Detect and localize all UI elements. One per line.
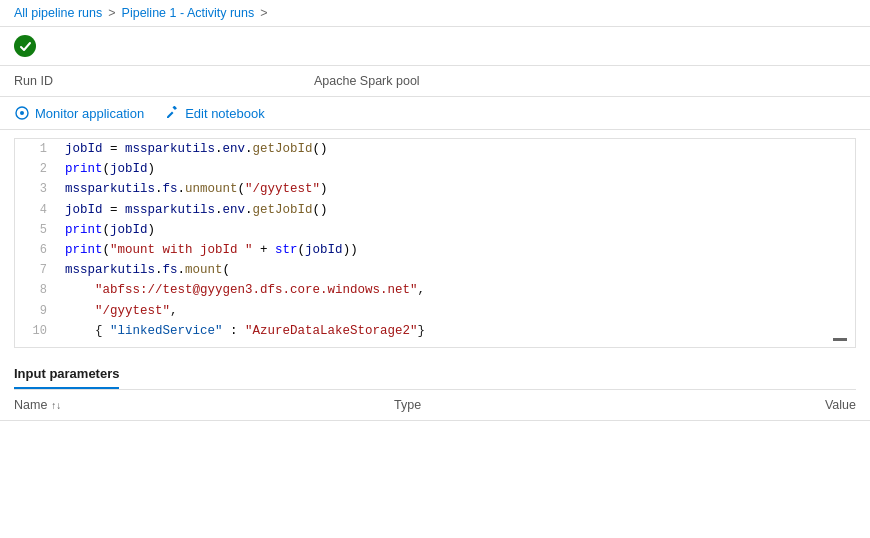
breadcrumb-sep-2: >	[260, 6, 267, 20]
table-header: Run ID Apache Spark pool	[0, 66, 870, 97]
code-line: 5print(jobId)	[15, 220, 855, 240]
line-content: print("mount with jobId " + str(jobId))	[65, 240, 358, 260]
code-line: 1jobId = mssparkutils.env.getJobId()	[15, 139, 855, 159]
line-number: 5	[23, 220, 47, 240]
edit-icon	[164, 105, 180, 121]
params-table-header: Name ↑↓ Type Value	[0, 390, 870, 421]
code-line: 10 { "linkedService" : "AzureDataLakeSto…	[15, 321, 855, 341]
code-line: 3mssparkutils.fs.unmount("/gyytest")	[15, 179, 855, 199]
code-panel: 1jobId = mssparkutils.env.getJobId()2pri…	[14, 138, 856, 348]
line-number: 4	[23, 200, 47, 220]
col-type: Type	[394, 398, 736, 412]
line-number: 1	[23, 139, 47, 159]
col-name-label: Name	[14, 398, 47, 412]
line-content: "/gyytest",	[65, 301, 178, 321]
line-number: 7	[23, 260, 47, 280]
line-content: print(jobId)	[65, 159, 155, 179]
line-content: print(jobId)	[65, 220, 155, 240]
status-bar	[0, 27, 870, 66]
line-content: mssparkutils.fs.mount(	[65, 260, 230, 280]
line-number: 6	[23, 240, 47, 260]
svg-point-1	[20, 111, 24, 115]
line-content: { "linkedService" : "AzureDataLakeStorag…	[65, 321, 425, 341]
line-number: 8	[23, 280, 47, 300]
code-line: 6print("mount with jobId " + str(jobId))	[15, 240, 855, 260]
code-lines: 1jobId = mssparkutils.env.getJobId()2pri…	[15, 139, 855, 341]
col-value: Value	[736, 398, 856, 412]
edit-notebook-button[interactable]: Edit notebook	[164, 105, 265, 121]
col-header-spark-pool: Apache Spark pool	[314, 74, 856, 88]
breadcrumb: All pipeline runs > Pipeline 1 - Activit…	[0, 0, 870, 27]
minimize-button[interactable]	[833, 338, 847, 341]
breadcrumb-link-2[interactable]: Pipeline 1 - Activity runs	[122, 6, 255, 20]
breadcrumb-sep-1: >	[108, 6, 115, 20]
line-content: "abfss://test@gyygen3.dfs.core.windows.n…	[65, 280, 425, 300]
code-line: 2print(jobId)	[15, 159, 855, 179]
col-header-run-id: Run ID	[14, 74, 314, 88]
code-line: 8 "abfss://test@gyygen3.dfs.core.windows…	[15, 280, 855, 300]
line-number: 10	[23, 321, 47, 341]
code-line: 4jobId = mssparkutils.env.getJobId()	[15, 200, 855, 220]
edit-label: Edit notebook	[185, 106, 265, 121]
line-content: mssparkutils.fs.unmount("/gyytest")	[65, 179, 328, 199]
input-params-title: Input parameters	[14, 366, 119, 389]
line-number: 3	[23, 179, 47, 199]
line-content: jobId = mssparkutils.env.getJobId()	[65, 139, 328, 159]
line-number: 2	[23, 159, 47, 179]
input-params-section: Input parameters	[0, 356, 870, 389]
success-icon	[14, 35, 36, 57]
monitor-application-button[interactable]: Monitor application	[14, 105, 144, 121]
breadcrumb-link-1[interactable]: All pipeline runs	[14, 6, 102, 20]
col-name: Name ↑↓	[14, 398, 394, 412]
monitor-icon	[14, 105, 30, 121]
code-line: 7mssparkutils.fs.mount(	[15, 260, 855, 280]
action-bar: Monitor application Edit notebook	[0, 97, 870, 130]
line-content: jobId = mssparkutils.env.getJobId()	[65, 200, 328, 220]
sort-icon[interactable]: ↑↓	[51, 400, 61, 411]
code-line: 9 "/gyytest",	[15, 301, 855, 321]
monitor-label: Monitor application	[35, 106, 144, 121]
line-number: 9	[23, 301, 47, 321]
